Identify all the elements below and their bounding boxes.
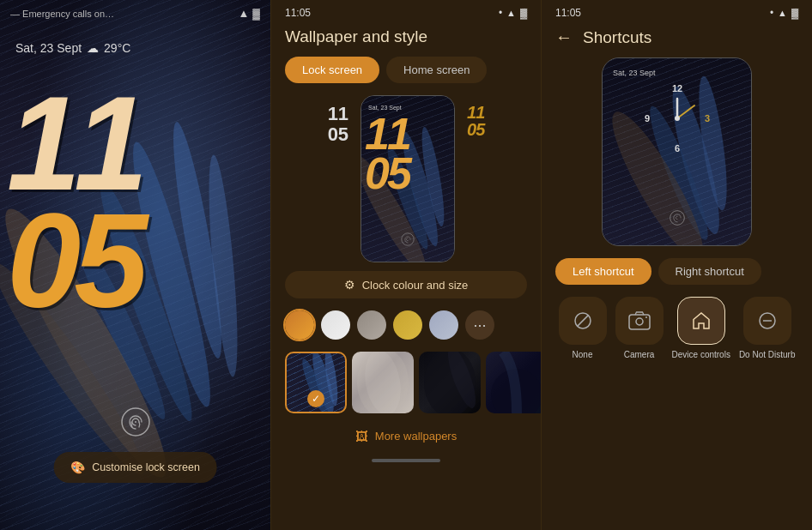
- svg-point-33: [670, 211, 684, 226]
- wallpaper-thumbnails: ✓: [271, 345, 541, 420]
- fingerprint-area[interactable]: [120, 407, 151, 437]
- panel3-title: Shortcuts: [583, 28, 651, 47]
- emergency-text: — Emergency calls on…: [10, 9, 114, 19]
- panel-shortcuts: 11:05 • ▲ ▓ ← Shortcuts Sat, 23 Sept 12 …: [542, 0, 812, 530]
- shortcut-options-grid: None Camera Device controls: [542, 297, 812, 360]
- device-controls-icon-box: [677, 297, 725, 345]
- swatch-white[interactable]: [321, 310, 350, 340]
- clock-hours: 11: [7, 86, 141, 202]
- swatch-orange[interactable]: [285, 310, 314, 340]
- clock-colour-size-button[interactable]: ⚙ Clock colour and size: [285, 271, 527, 298]
- preview-fingerprint-icon: [401, 232, 415, 246]
- panel2-battery-icon: ▓: [520, 8, 527, 18]
- small-clock-left-hours: 11: [328, 104, 348, 124]
- colour-swatches: ···: [271, 305, 541, 345]
- phone-p3-date: Sat, 23 Sept: [613, 69, 656, 77]
- svg-line-31: [677, 105, 694, 118]
- more-wallpapers-label: More wallpapers: [375, 430, 457, 443]
- clock-minutes: 05: [7, 202, 141, 319]
- fingerprint-icon: [120, 407, 151, 437]
- none-icon: [573, 310, 593, 331]
- wallpaper-thumb-1[interactable]: ✓: [285, 352, 347, 413]
- shortcut-device-controls[interactable]: Device controls: [672, 297, 730, 360]
- panel3-signal-icon: •: [770, 7, 773, 19]
- camera-label: Camera: [624, 350, 655, 360]
- shortcut-none[interactable]: None: [559, 297, 607, 360]
- phone-preview-3: Sat, 23 Sept 12 3 6 9: [602, 57, 752, 246]
- temperature: 29°C: [104, 41, 130, 55]
- svg-text:9: 9: [644, 113, 649, 123]
- do-not-disturb-icon: [757, 310, 778, 331]
- weather-icon: ☁: [87, 41, 99, 55]
- customise-lock-screen-button[interactable]: 🎨 Customise lock screen: [53, 452, 217, 483]
- panel2-wifi-icon: ▲: [506, 8, 516, 18]
- more-swatches-button[interactable]: ···: [465, 310, 494, 340]
- tab-right-shortcut[interactable]: Right shortcut: [658, 258, 761, 285]
- customise-label: Customise lock screen: [92, 461, 200, 473]
- gear-icon: ⚙: [344, 278, 355, 292]
- wallpaper-thumb-2[interactable]: [352, 352, 414, 413]
- do-not-disturb-icon-box: [743, 297, 791, 345]
- svg-point-37: [636, 318, 643, 325]
- tab-left-shortcut[interactable]: Left shortcut: [555, 258, 651, 285]
- small-clock-right: 11 05: [467, 104, 484, 138]
- svg-point-13: [402, 233, 414, 245]
- clock-colour-label: Clock colour and size: [362, 279, 469, 292]
- phone-preview-fingerprint: [401, 232, 415, 246]
- panel3-time: 11:05: [555, 7, 581, 19]
- camera-icon: [628, 310, 651, 331]
- wallpaper-thumb-4[interactable]: [486, 352, 542, 413]
- phone-p3-fingerprint: [669, 209, 686, 226]
- phone-preview-clock: 11 05: [365, 115, 409, 194]
- thumb2-texture: [352, 352, 414, 413]
- panel-wallpaper-style: 11:05 • ▲ ▓ Wallpaper and style Lock scr…: [270, 0, 542, 530]
- none-label: None: [573, 350, 593, 360]
- lock-screen-clock: 11 05: [7, 86, 141, 320]
- preview3-fingerprint-icon: [669, 209, 686, 226]
- camera-icon-box: [615, 297, 664, 345]
- bottom-indicator-bar: [372, 459, 440, 462]
- small-clock-left-minutes: 05: [328, 124, 348, 145]
- shortcut-camera[interactable]: Camera: [615, 297, 664, 360]
- small-clock-right-minutes: 05: [467, 121, 484, 138]
- wifi-icon: ▲: [238, 7, 249, 20]
- swatch-gray[interactable]: [357, 310, 386, 340]
- panel2-signal-icon: •: [499, 7, 502, 19]
- shortcut-do-not-disturb[interactable]: Do Not Disturb: [739, 297, 796, 360]
- panel2-time: 11:05: [285, 7, 311, 19]
- svg-text:6: 6: [674, 143, 679, 154]
- preview-clock-m: 05: [365, 154, 409, 194]
- analog-clock: 12 3 6 9: [639, 80, 716, 157]
- tab-lock-screen[interactable]: Lock screen: [285, 57, 379, 83]
- tab-home-screen[interactable]: Home screen: [386, 57, 487, 83]
- svg-line-35: [577, 316, 588, 327]
- small-clock-right-hours: 11: [467, 104, 484, 121]
- panel-lock-screen: — Emergency calls on… ▲ ▓ Sat, 23 Sept ☁…: [0, 0, 270, 530]
- svg-point-32: [675, 116, 680, 121]
- device-controls-label: Device controls: [672, 350, 730, 360]
- small-clock-left: 11 05: [328, 104, 348, 145]
- thumb4-texture: [486, 352, 542, 413]
- svg-text:3: 3: [704, 113, 709, 123]
- panel3-battery-icon: ▓: [791, 8, 798, 18]
- add-photo-icon: 🖼: [355, 429, 368, 443]
- palette-icon: 🎨: [70, 461, 85, 474]
- none-icon-box: [559, 297, 607, 345]
- panel3-status-bar: 11:05 • ▲ ▓: [542, 0, 812, 19]
- wallpaper-selected-check: ✓: [307, 390, 324, 407]
- phone-preview-center[interactable]: Sat, 23 Sept 11 05: [361, 95, 455, 262]
- panel3-status-icons: • ▲ ▓: [770, 7, 798, 19]
- battery-icon: ▓: [252, 8, 260, 20]
- thumb3-texture: [419, 352, 481, 413]
- wallpaper-thumb-3[interactable]: [419, 352, 481, 413]
- more-wallpapers-button[interactable]: 🖼 More wallpapers: [271, 420, 541, 452]
- panel2-title: Wallpaper and style: [271, 19, 541, 57]
- swatch-gold[interactable]: [393, 310, 422, 340]
- do-not-disturb-label: Do Not Disturb: [739, 350, 796, 360]
- shortcut-tabs: Left shortcut Right shortcut: [542, 258, 812, 297]
- panel2-tabs: Lock screen Home screen: [271, 57, 541, 83]
- svg-text:12: 12: [671, 83, 682, 93]
- back-button[interactable]: ←: [555, 27, 573, 47]
- swatch-lavender[interactable]: [429, 310, 458, 340]
- panel2-status-bar: 11:05 • ▲ ▓: [271, 0, 541, 19]
